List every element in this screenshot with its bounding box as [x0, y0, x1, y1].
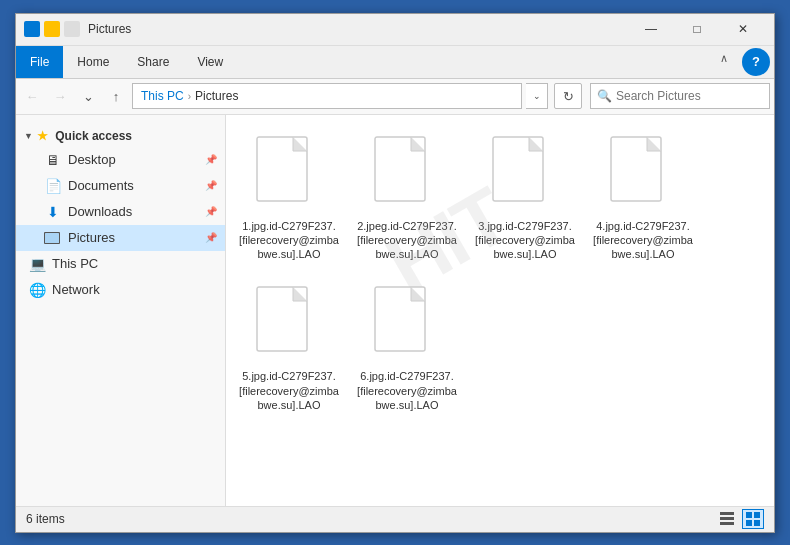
downloads-label: Downloads [68, 204, 132, 219]
file-icon-5 [253, 285, 325, 365]
desktop-label: Desktop [68, 152, 116, 167]
tab-view[interactable]: View [183, 46, 237, 78]
downloads-icon: ⬇ [44, 203, 62, 221]
window-title: Pictures [88, 22, 628, 36]
item-count: 6 items [26, 512, 65, 526]
explorer-window: Pictures — □ ✕ File Home Share View ∧ ? … [15, 13, 775, 533]
files-grid: 1.jpg.id-C279F237.[filerecovery@zimbabwe… [234, 127, 766, 421]
file-icon-1 [253, 135, 325, 215]
forward-button[interactable]: → [48, 84, 72, 108]
status-bar: 6 items [16, 506, 774, 532]
svg-rect-32 [754, 520, 760, 526]
path-pictures: Pictures [195, 89, 238, 103]
file-icon-6 [371, 285, 443, 365]
file-label-3: 3.jpg.id-C279F237.[filerecovery@zimbabwe… [474, 219, 576, 262]
network-label: Network [52, 282, 100, 297]
search-input[interactable] [616, 89, 763, 103]
file-label-4: 4.jpg.id-C279F237.[filerecovery@zimbabwe… [592, 219, 694, 262]
svg-rect-28 [720, 522, 734, 525]
svg-rect-1 [45, 233, 59, 243]
svg-rect-31 [746, 520, 752, 526]
file-icon-3 [489, 135, 561, 215]
thispc-label: This PC [52, 256, 98, 271]
pictures-pin-icon: 📌 [205, 232, 217, 243]
file-label-6: 6.jpg.id-C279F237.[filerecovery@zimbabwe… [356, 369, 458, 412]
quick-access-header[interactable]: ▼ ★ Quick access [16, 123, 225, 147]
address-dropdown-button[interactable]: ⌄ [526, 83, 548, 109]
file-icon-4 [607, 135, 679, 215]
help-button[interactable]: ? [742, 48, 770, 76]
search-icon: 🔍 [597, 89, 612, 103]
file-label-1: 1.jpg.id-C279F237.[filerecovery@zimbabwe… [238, 219, 340, 262]
network-icon: 🌐 [28, 281, 46, 299]
documents-pin-icon: 📌 [205, 180, 217, 191]
desktop-pin-icon: 📌 [205, 154, 217, 165]
refresh-button[interactable]: ↻ [554, 83, 582, 109]
sidebar-item-documents[interactable]: 📄 Documents 📌 [16, 173, 225, 199]
ribbon-tabs: File Home Share View ∧ ? [16, 46, 774, 78]
file-item[interactable]: 3.jpg.id-C279F237.[filerecovery@zimbabwe… [470, 127, 580, 270]
file-label-5: 5.jpg.id-C279F237.[filerecovery@zimbabwe… [238, 369, 340, 412]
recent-locations-button[interactable]: ⌄ [76, 84, 100, 108]
app-icon-blue [24, 21, 40, 37]
list-view-button[interactable] [716, 509, 738, 529]
file-item[interactable]: 4.jpg.id-C279F237.[filerecovery@zimbabwe… [588, 127, 698, 270]
window-controls: — □ ✕ [628, 13, 766, 45]
large-icon-view-button[interactable] [742, 509, 764, 529]
file-label-2: 2.jpeg.id-C279F237.[filerecovery@zimbabw… [356, 219, 458, 262]
quick-access-label: ★ Quick access [37, 129, 132, 143]
sidebar: ▼ ★ Quick access 🖥 Desktop 📌 📄 Documents… [16, 115, 226, 506]
address-bar: ← → ⌄ ↑ This PC › Pictures ⌄ ↻ 🔍 [16, 79, 774, 115]
path-separator-1: › [188, 91, 191, 102]
title-bar: Pictures — □ ✕ [16, 14, 774, 46]
svg-rect-29 [746, 512, 752, 518]
tab-home[interactable]: Home [63, 46, 123, 78]
downloads-pin-icon: 📌 [205, 206, 217, 217]
sidebar-item-downloads[interactable]: ⬇ Downloads 📌 [16, 199, 225, 225]
search-box[interactable]: 🔍 [590, 83, 770, 109]
back-button[interactable]: ← [20, 84, 44, 108]
ribbon-collapse-button[interactable]: ∧ [710, 46, 738, 78]
tab-share[interactable]: Share [123, 46, 183, 78]
file-item[interactable]: 6.jpg.id-C279F237.[filerecovery@zimbabwe… [352, 277, 462, 420]
documents-label: Documents [68, 178, 134, 193]
file-area: HIT 1.jpg.id-C279F237.[filerecovery@zimb… [226, 115, 774, 506]
documents-icon: 📄 [44, 177, 62, 195]
sidebar-item-pictures[interactable]: Pictures 📌 [16, 225, 225, 251]
app-icon-gray [64, 21, 80, 37]
address-path[interactable]: This PC › Pictures [132, 83, 522, 109]
ribbon: File Home Share View ∧ ? [16, 46, 774, 79]
close-button[interactable]: ✕ [720, 13, 766, 45]
sidebar-item-desktop[interactable]: 🖥 Desktop 📌 [16, 147, 225, 173]
title-bar-icons [24, 21, 80, 37]
svg-rect-27 [720, 517, 734, 520]
up-button[interactable]: ↑ [104, 84, 128, 108]
quick-access-chevron: ▼ [24, 131, 33, 141]
thispc-icon: 💻 [28, 255, 46, 273]
sidebar-item-network[interactable]: 🌐 Network [16, 277, 225, 303]
tab-file[interactable]: File [16, 46, 63, 78]
app-icon-yellow [44, 21, 60, 37]
maximize-button[interactable]: □ [674, 13, 720, 45]
file-icon-2 [371, 135, 443, 215]
path-pc: This PC [141, 89, 184, 103]
pictures-icon [44, 229, 62, 247]
svg-rect-30 [754, 512, 760, 518]
file-item[interactable]: 5.jpg.id-C279F237.[filerecovery@zimbabwe… [234, 277, 344, 420]
pictures-label: Pictures [68, 230, 115, 245]
sidebar-item-thispc[interactable]: 💻 This PC [16, 251, 225, 277]
file-item[interactable]: 2.jpeg.id-C279F237.[filerecovery@zimbabw… [352, 127, 462, 270]
main-content: ▼ ★ Quick access 🖥 Desktop 📌 📄 Documents… [16, 115, 774, 506]
minimize-button[interactable]: — [628, 13, 674, 45]
file-item[interactable]: 1.jpg.id-C279F237.[filerecovery@zimbabwe… [234, 127, 344, 270]
view-controls [716, 509, 764, 529]
svg-rect-26 [720, 512, 734, 515]
desktop-icon: 🖥 [44, 151, 62, 169]
